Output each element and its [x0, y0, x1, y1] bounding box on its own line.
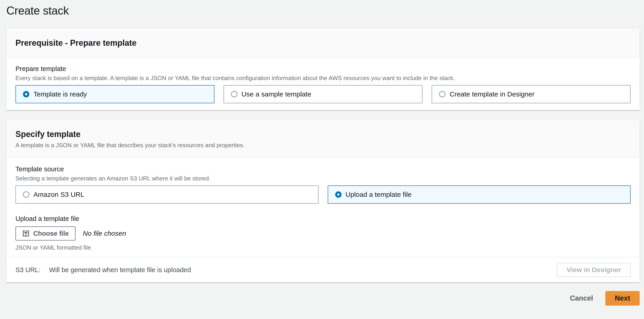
choose-file-button[interactable]: Choose file — [16, 226, 76, 240]
radio-tile-create-template-in-designer[interactable]: Create template in Designer — [432, 85, 630, 103]
radio-unselected-icon[interactable] — [439, 91, 446, 97]
prepare-template-description: Every stack is based on a template. A te… — [16, 74, 630, 82]
page-title: Create stack — [6, 0, 640, 18]
template-source-options: Amazon S3 URL Upload a template file — [16, 185, 630, 204]
create-stack-page: Create stack Prerequisite - Prepare temp… — [6, 0, 640, 305]
specify-template-card-footer: S3 URL: Will be generated when template … — [6, 257, 640, 282]
specify-template-card-description: A template is a JSON or YAML file that d… — [16, 141, 630, 149]
prerequisite-card-header: Prerequisite - Prepare template — [6, 29, 640, 58]
cancel-button[interactable]: Cancel — [570, 294, 593, 302]
s3-url-label: S3 URL: — [16, 266, 40, 273]
radio-unselected-icon[interactable] — [23, 191, 29, 198]
template-source-description: Selecting a template generates an Amazon… — [16, 175, 630, 182]
radio-tile-label: Amazon S3 URL — [34, 191, 84, 198]
s3-url-row: S3 URL: Will be generated when template … — [16, 266, 191, 274]
view-in-designer-button[interactable]: View in Designer — [557, 263, 630, 277]
specify-template-card-title: Specify template — [16, 129, 630, 140]
upload-icon — [22, 230, 30, 237]
wizard-actions: Cancel Next — [6, 291, 640, 305]
s3-url-value: Will be generated when template file is … — [49, 266, 191, 273]
prepare-template-label: Prepare template — [16, 65, 630, 73]
choose-file-button-label: Choose file — [33, 230, 69, 237]
specify-template-card-body: Template source Selecting a template gen… — [6, 157, 640, 257]
prerequisite-card: Prerequisite - Prepare template Prepare … — [6, 29, 640, 110]
radio-tile-use-sample-template[interactable]: Use a sample template — [224, 85, 422, 103]
template-source-label: Template source — [16, 165, 630, 173]
radio-tile-amazon-s3-url[interactable]: Amazon S3 URL — [16, 185, 318, 204]
radio-unselected-icon[interactable] — [231, 91, 238, 97]
file-status-text: No file chosen — [83, 230, 126, 237]
radio-tile-label: Create template in Designer — [450, 90, 534, 98]
upload-template-file-label: Upload a template file — [16, 215, 630, 223]
radio-selected-icon[interactable] — [23, 91, 29, 97]
prerequisite-card-body: Prepare template Every stack is based on… — [6, 58, 640, 110]
file-upload-row: Choose file No file chosen — [16, 226, 630, 240]
file-constraint-text: JSON or YAML formatted file — [16, 244, 630, 251]
prepare-template-options: Template is ready Use a sample template … — [16, 85, 630, 103]
next-button[interactable]: Next — [605, 291, 640, 305]
prerequisite-card-title: Prerequisite - Prepare template — [16, 37, 630, 49]
radio-tile-label: Use a sample template — [242, 90, 311, 98]
radio-tile-label: Template is ready — [34, 90, 87, 98]
radio-tile-template-is-ready[interactable]: Template is ready — [16, 85, 214, 103]
radio-tile-upload-template-file[interactable]: Upload a template file — [328, 185, 631, 204]
radio-selected-icon[interactable] — [335, 191, 342, 198]
radio-tile-label: Upload a template file — [346, 191, 412, 198]
specify-template-card: Specify template A template is a JSON or… — [6, 120, 640, 282]
specify-template-card-header: Specify template A template is a JSON or… — [6, 120, 640, 157]
